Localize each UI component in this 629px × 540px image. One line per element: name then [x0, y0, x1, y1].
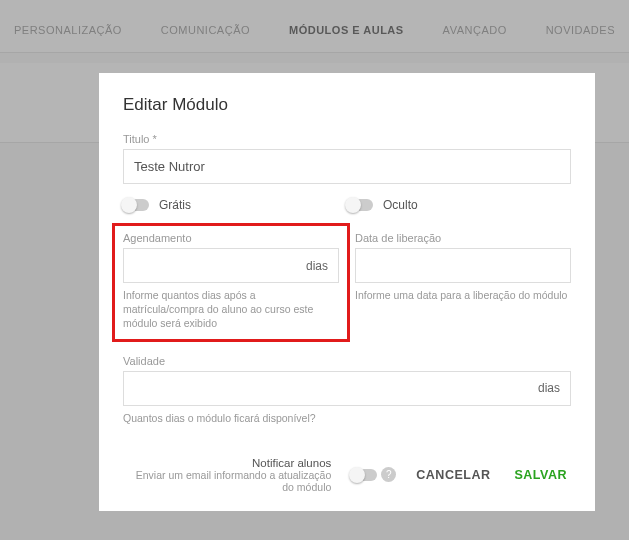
- save-button[interactable]: SALVAR: [510, 462, 571, 488]
- liberacao-label: Data de liberação: [355, 232, 571, 244]
- notify-toggle[interactable]: [351, 469, 377, 481]
- validade-help: Quantos dias o módulo ficará disponível?: [123, 411, 571, 425]
- notify-sub: Enviar um email informando a atualização…: [123, 469, 331, 493]
- gratis-toggle[interactable]: [123, 199, 149, 211]
- validade-suffix: dias: [532, 381, 560, 395]
- agendamento-help: Informe quantos dias após a matrícula/co…: [123, 288, 339, 331]
- oculto-toggle[interactable]: [347, 199, 373, 211]
- agendamento-input[interactable]: [124, 249, 300, 282]
- edit-module-modal: Editar Módulo Titulo * Grátis Oculto Age…: [99, 73, 595, 511]
- validade-input[interactable]: [124, 372, 532, 405]
- titulo-label: Titulo *: [123, 133, 571, 145]
- oculto-label: Oculto: [383, 198, 418, 212]
- help-icon[interactable]: ?: [381, 467, 396, 482]
- validade-label: Validade: [123, 355, 571, 367]
- liberacao-input[interactable]: [355, 248, 571, 283]
- agendamento-suffix: dias: [300, 259, 328, 273]
- titulo-input[interactable]: [123, 149, 571, 184]
- cancel-button[interactable]: CANCELAR: [412, 462, 494, 488]
- agendamento-highlight: Agendamento dias Informe quantos dias ap…: [112, 223, 350, 342]
- notify-title: Notificar alunos: [123, 457, 331, 469]
- modal-title: Editar Módulo: [123, 95, 571, 115]
- gratis-label: Grátis: [159, 198, 191, 212]
- liberacao-help: Informe uma data para a liberação do mód…: [355, 288, 571, 302]
- agendamento-label: Agendamento: [123, 232, 339, 244]
